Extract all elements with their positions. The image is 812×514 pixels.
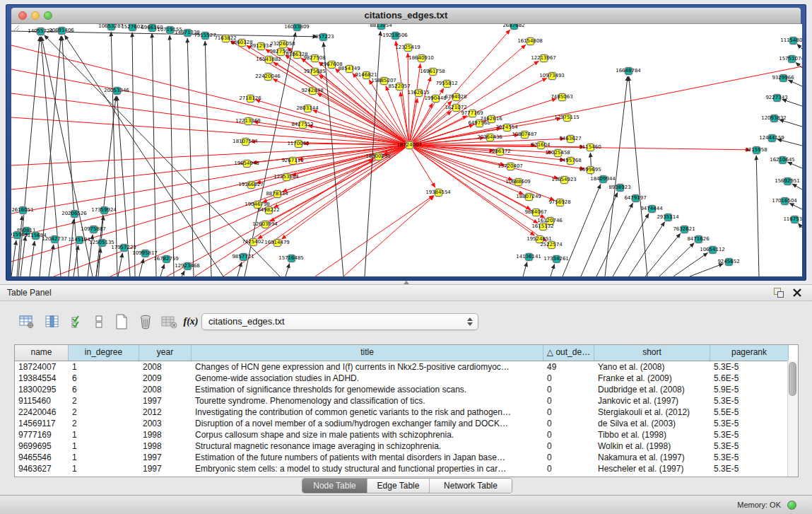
graph-node[interactable]: 9884067	[532, 209, 540, 216]
graph-node[interactable]: 16543882	[265, 56, 273, 64]
graph-edge[interactable]	[160, 264, 165, 276]
graph-edge[interactable]	[756, 156, 759, 276]
graph-node[interactable]: 12042737	[51, 235, 59, 243]
table-cell[interactable]: 18300295	[15, 384, 69, 395]
graph-node[interactable]: 9463627	[567, 135, 575, 143]
row-height-icon[interactable]	[89, 312, 109, 332]
table-cell[interactable]: 9699695	[15, 440, 69, 452]
table-cell[interactable]: 5.6E-5	[710, 373, 789, 384]
table-cell[interactable]: de Silva et al. (2003)	[594, 418, 710, 429]
graph-node[interactable]: 20691406	[58, 27, 66, 35]
graph-edge[interactable]	[690, 264, 724, 276]
graph-node[interactable]: 19524851	[536, 235, 543, 243]
graph-node[interactable]: 8878334	[273, 190, 281, 198]
graph-node[interactable]: 18409944	[599, 175, 607, 183]
graph-node[interactable]: 7515527	[201, 32, 209, 40]
column-header[interactable]: pagerank	[710, 345, 789, 361]
table-cell[interactable]: 0	[543, 418, 594, 429]
graph-node[interactable]: 6479197	[632, 194, 640, 202]
network-window-titlebar[interactable]: citations_edges.txt	[11, 8, 801, 24]
graph-area[interactable]: 1872400718300295193845547163822886012889…	[11, 24, 802, 276]
table-row[interactable]: 946362711997Embryonic stem cells: a mode…	[15, 463, 798, 474]
graph-edge[interactable]	[49, 245, 54, 276]
graph-node[interactable]: 1362615	[415, 89, 423, 97]
graph-node[interactable]: 3975685	[311, 68, 319, 76]
table-cell[interactable]: 1	[69, 440, 139, 452]
table-cell[interactable]: 5.3E-5	[710, 440, 789, 452]
table-cell[interactable]: Dudbridge et al. (2008)	[594, 384, 710, 395]
graph-node[interactable]: 9329966	[779, 74, 787, 82]
graph-node[interactable]: 15716485	[288, 255, 295, 262]
table-cell[interactable]: 6	[69, 373, 139, 384]
graph-edge[interactable]	[11, 31, 317, 37]
graph-edge[interactable]	[797, 44, 802, 49]
table-row[interactable]: 969969511998Structural magnetic resonanc…	[15, 440, 798, 452]
table-cell[interactable]: Genome-wide association studies in ADHD.	[192, 373, 543, 384]
table-cell[interactable]: 0	[543, 463, 594, 474]
graph-edge[interactable]	[223, 145, 409, 276]
table-row[interactable]: 1456911722003Disruption of a novel membe…	[15, 418, 798, 429]
graph-node[interactable]: 10807487	[521, 131, 529, 139]
column-header[interactable]: in_degree	[69, 345, 139, 361]
graph-node[interactable]: 16154808	[526, 37, 534, 45]
graph-edge[interactable]	[139, 259, 143, 276]
table-cell[interactable]: Nakamura et al. (1997)	[594, 452, 710, 463]
table-row[interactable]: 1872400712008Changes of HCN gene express…	[15, 361, 798, 373]
graph-edge[interactable]	[782, 100, 802, 106]
table-cell[interactable]: Wolkin et al. (1998)	[594, 440, 710, 452]
table-cell[interactable]: Embryonic stem cells: a model to study s…	[192, 463, 543, 474]
graph-node[interactable]: 1115684	[32, 232, 40, 240]
table-row[interactable]: 1938455462009Genome-wide association stu…	[15, 373, 798, 384]
graph-node[interactable]: 11154808	[789, 37, 797, 45]
table-cell[interactable]: 5.3E-5	[710, 463, 789, 474]
graph-node[interactable]: 8498222	[265, 206, 273, 214]
graph-node[interactable]: 12213369	[245, 117, 252, 125]
graph-node[interactable]: 2803144	[304, 105, 312, 112]
graph-edge[interactable]	[788, 80, 802, 86]
graph-node[interactable]: 1167533	[791, 216, 799, 223]
graph-node[interactable]: 12093832	[770, 115, 778, 122]
graph-edge[interactable]	[408, 53, 409, 145]
table-cell[interactable]: 9465546	[15, 452, 69, 463]
table-cell[interactable]: 1	[69, 463, 139, 474]
graph-edge[interactable]	[343, 196, 434, 276]
graph-node[interactable]: 14136141	[525, 253, 533, 261]
graph-node[interactable]: 9115460	[587, 144, 594, 151]
graph-node[interactable]: 18300295	[375, 153, 382, 160]
graph-edge[interactable]	[315, 196, 433, 276]
graph-edge[interactable]	[605, 76, 628, 276]
graph-node[interactable]: 621604	[537, 141, 545, 149]
graph-node[interactable]: 12325419	[404, 44, 412, 52]
delete-table-icon[interactable]	[160, 312, 180, 332]
graph-node[interactable]: 12505135	[98, 239, 106, 247]
table-cell[interactable]: 14569117	[15, 418, 69, 429]
graph-node[interactable]: 12444159	[768, 134, 776, 142]
graph-node[interactable]: 20206526	[71, 210, 78, 218]
graph-node[interactable]: 9267110	[289, 157, 297, 165]
graph-edge[interactable]	[11, 93, 409, 145]
table-cell[interactable]: 19384554	[15, 373, 69, 384]
graph-edge[interactable]	[69, 219, 73, 276]
graph-edge[interactable]	[409, 66, 802, 145]
table-cell[interactable]: Changes of HCN gene expression and I(f) …	[192, 361, 543, 373]
graph-edge[interactable]	[659, 243, 694, 276]
graph-node[interactable]: 9242848	[309, 87, 317, 95]
table-cell[interactable]: 0	[543, 373, 594, 384]
graph-node[interactable]: 18724007	[406, 141, 413, 149]
graph-node[interactable]: 850811	[23, 227, 30, 235]
graph-node[interactable]: 17957223	[120, 244, 128, 252]
column-header[interactable]: △ out_de…	[543, 345, 594, 361]
tab-network-table[interactable]: Network Table	[430, 479, 512, 493]
show-columns-icon[interactable]	[42, 312, 62, 332]
table-cell[interactable]: 2008	[139, 384, 192, 395]
graph-node[interactable]: 10025458	[554, 149, 562, 157]
graph-node[interactable]: 22420046	[264, 73, 272, 81]
graph-edge[interactable]	[779, 119, 802, 127]
graph-edge[interactable]	[187, 38, 194, 276]
table-cell[interactable]: 22420046	[15, 407, 69, 418]
graph-node[interactable]: 9495768	[567, 157, 575, 165]
graph-node[interactable]: 12975115	[563, 114, 571, 122]
graph-node[interactable]: 8427552	[299, 121, 307, 129]
table-cell[interactable]: 2003	[139, 418, 192, 429]
table-row[interactable]: 946554611997Estimation of the future num…	[15, 452, 798, 463]
